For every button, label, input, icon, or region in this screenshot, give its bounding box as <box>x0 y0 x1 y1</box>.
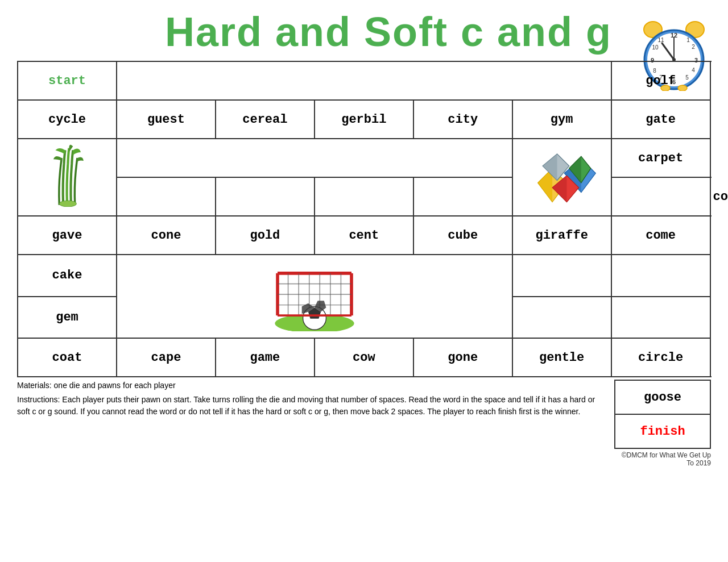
cell-cube <box>611 177 710 216</box>
cell-cape: cape <box>117 338 216 377</box>
svg-text:1: 1 <box>686 37 690 43</box>
cell-golf: golf <box>611 61 710 100</box>
svg-text:11: 11 <box>657 37 664 43</box>
cell-empty-header <box>117 61 611 100</box>
copyright-text: ©DMCM for What We Get Up To 2019 <box>614 451 711 467</box>
cell-gerbil: gerbil <box>315 100 413 139</box>
cell-gone: gone <box>413 338 512 377</box>
cell-carpet: carpet <box>611 139 710 177</box>
cell-cereal: cereal <box>216 100 315 139</box>
cell-empty-r7c6 <box>512 297 611 339</box>
cell-empty-r6c6 <box>512 255 611 297</box>
cell-cone <box>216 177 315 216</box>
cell-circle: circle <box>611 338 710 377</box>
cell-celery-image <box>18 139 117 216</box>
cell-cube-word: cube <box>413 216 512 255</box>
svg-text:10: 10 <box>652 44 659 51</box>
cell-start: start <box>18 61 117 100</box>
game-board: start golf cycle guest cereal gerbil cit… <box>17 61 711 377</box>
cell-empty-mid1 <box>117 139 512 177</box>
svg-point-22 <box>59 201 76 207</box>
right-bottom-column: goose finish ©DMCM for What We Get Up To… <box>614 380 711 467</box>
cell-cone-word: cone <box>117 216 216 255</box>
cell-soccer-image <box>117 255 512 338</box>
svg-text:2: 2 <box>692 44 695 50</box>
cell-empty-r7c7 <box>611 297 710 339</box>
cell-game: game <box>216 338 315 377</box>
cell-gem: gem <box>18 297 117 339</box>
cell-goose: goose <box>615 380 710 414</box>
cell-gave-word: gave <box>18 216 117 255</box>
cell-gym: gym <box>512 100 611 139</box>
cell-gems-image <box>512 139 611 216</box>
cell-gold <box>315 177 413 216</box>
cell-cow: cow <box>315 338 413 377</box>
cell-guest: guest <box>117 100 216 139</box>
materials-text: Materials: one die and pawns for each pl… <box>17 380 603 392</box>
cell-gold-word: gold <box>216 216 315 255</box>
cell-come-word: come <box>611 216 710 255</box>
cell-gentle: gentle <box>512 338 611 377</box>
cell-finish: finish <box>615 414 710 448</box>
cell-gave <box>117 177 216 216</box>
svg-point-1 <box>647 25 659 34</box>
cell-cake: cake <box>18 255 117 297</box>
instructions-area: Materials: one die and pawns for each pl… <box>17 380 603 467</box>
cell-empty-r6c7 <box>611 255 710 297</box>
cell-city: city <box>413 100 512 139</box>
cell-giraffe-word: giraffe <box>512 216 611 255</box>
cell-gate: gate <box>611 100 710 139</box>
cell-cent-word: cent <box>315 216 413 255</box>
page-title: Hard and Soft c and g <box>165 11 612 52</box>
cell-cycle: cycle <box>18 100 117 139</box>
instructions-text: Instructions: Each player puts their paw… <box>17 394 603 418</box>
cell-coat: coat <box>18 338 117 377</box>
cell-cent <box>413 177 512 216</box>
